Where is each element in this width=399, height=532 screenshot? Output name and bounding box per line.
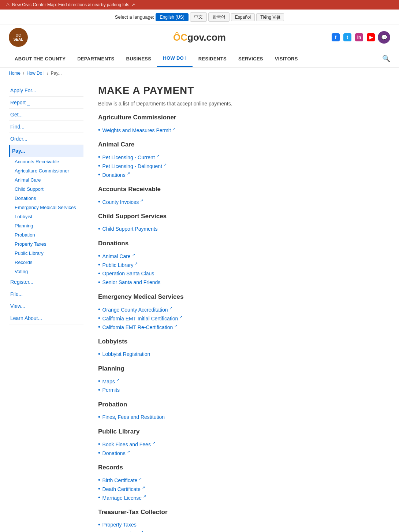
sidebar-sub-planning[interactable]: Planning	[9, 221, 83, 230]
link-county-invoices[interactable]: County Invoices ↗	[102, 198, 143, 205]
list-item: Weights and Measures Permit ↗	[98, 126, 390, 134]
lang-korean[interactable]: 한국어	[208, 12, 230, 22]
section-title-child-support: Child Support Services	[98, 213, 390, 222]
sidebar-sub-animal-care[interactable]: Animal Care	[9, 175, 83, 185]
list-item: Pet Licensing - Delinquent ↗	[98, 161, 390, 170]
section-public-library: Public Library Book Fines and Fees ↗ Don…	[98, 428, 390, 457]
alert-icon: ⚠	[6, 2, 10, 7]
link-donations-animal[interactable]: Animal Care ↗	[102, 253, 135, 259]
section-records: Records Birth Certificate ↗ Death Certif…	[98, 464, 390, 502]
facebook-icon[interactable]: f	[332, 33, 340, 41]
section-accounts-receivable: Accounts Receivable County Invoices ↗	[98, 186, 390, 206]
section-planning: Planning Maps ↗ Permits	[98, 365, 390, 394]
lang-english[interactable]: English (US)	[156, 13, 188, 21]
external-link-icon: ↗	[131, 2, 135, 7]
sidebar-item-view[interactable]: View...	[9, 300, 83, 312]
link-death-certificate[interactable]: Death Certificate ↗	[102, 486, 145, 492]
nav-residents[interactable]: Residents	[193, 51, 232, 67]
link-fines-fees-restitution[interactable]: Fines, Fees and Restitution	[102, 414, 165, 420]
link-operation-santa[interactable]: Operation Santa Claus	[102, 271, 154, 276]
language-bar: Select a language: English (US) 中文 한국어 E…	[0, 10, 399, 25]
section-donations: Donations Animal Care ↗ Public Library ↗…	[98, 240, 390, 287]
sidebar-item-register[interactable]: Register...	[9, 276, 83, 288]
link-planning-maps[interactable]: Maps ↗	[102, 378, 119, 384]
sidebar-sub-ems[interactable]: Emergency Medical Services	[9, 203, 83, 212]
link-donations-library[interactable]: Public Library ↗	[102, 261, 138, 268]
link-animal-donations[interactable]: Donations ↗	[102, 171, 130, 178]
nav-departments[interactable]: Departments	[71, 51, 120, 67]
sidebar-sub-public-library[interactable]: Public Library	[9, 249, 83, 258]
section-ems: Emergency Medical Services Orange County…	[98, 293, 390, 331]
link-oc-accreditation[interactable]: Orange County Accreditation ↗	[102, 306, 172, 313]
section-title-probation: Probation	[98, 401, 390, 410]
link-treasurer-invoices[interactable]: County Invoices ↗	[102, 530, 143, 532]
alert-text: New Civic Center Map: Find directions & …	[12, 2, 129, 7]
alert-bar: ⚠ New Civic Center Map: Find directions …	[0, 0, 399, 10]
nav-about[interactable]: About the County	[9, 51, 71, 67]
nav-services[interactable]: Services	[232, 51, 269, 67]
site-header: OCSEAL ÔCgov.com f t in ▶ 💬	[0, 25, 399, 50]
section-title-treasurer: Treasurer-Tax Collector	[98, 509, 390, 517]
link-marriage-license[interactable]: Marriage License ↗	[102, 494, 146, 501]
sidebar-item-find[interactable]: Find...	[9, 121, 83, 133]
list-item: Permits	[98, 386, 390, 394]
link-pet-delinquent[interactable]: Pet Licensing - Delinquent ↗	[102, 163, 167, 169]
section-title-planning: Planning	[98, 365, 390, 374]
link-property-taxes[interactable]: Property Taxes	[102, 522, 137, 528]
nav-howdoi[interactable]: How Do I	[157, 50, 193, 67]
sidebar-item-report[interactable]: Report _	[9, 97, 83, 109]
instagram-icon[interactable]: in	[355, 33, 363, 41]
breadcrumb: Home / How Do I / Pay...	[0, 68, 399, 79]
link-book-fines[interactable]: Book Fines and Fees ↗	[102, 441, 155, 447]
breadcrumb-howdoi[interactable]: How Do I	[27, 71, 45, 76]
breadcrumb-home[interactable]: Home	[9, 71, 20, 76]
link-weights-measures[interactable]: Weights and Measures Permit ↗	[102, 127, 175, 133]
logo-gov: gov.com	[187, 32, 226, 43]
youtube-icon[interactable]: ▶	[367, 33, 375, 41]
section-lobbyists: Lobbyists Lobbyist Registration	[98, 338, 390, 358]
sidebar-item-apply[interactable]: Apply For...	[9, 85, 83, 97]
list-item: California EMT Re-Certification ↗	[98, 323, 390, 331]
sidebar-sub-donations[interactable]: Donations	[9, 194, 83, 203]
link-lobbyist-registration[interactable]: Lobbyist Registration	[102, 351, 150, 357]
link-ca-emt-initial[interactable]: California EMT Initial Certification ↗	[102, 315, 183, 321]
chat-icon[interactable]: 💬	[378, 31, 390, 44]
sidebar-sub-child-support[interactable]: Child Support	[9, 185, 83, 194]
link-birth-certificate[interactable]: Birth Certificate ↗	[102, 477, 142, 483]
language-label: Select a language:	[115, 14, 154, 20]
lang-vietnamese[interactable]: Tiếng Việt	[256, 13, 284, 21]
sidebar-item-file[interactable]: File...	[9, 288, 83, 300]
twitter-icon[interactable]: t	[343, 33, 351, 41]
nav-visitors[interactable]: Visitors	[269, 51, 304, 67]
link-child-support-payments[interactable]: Child Support Payments	[102, 226, 158, 232]
section-title-lobbyists: Lobbyists	[98, 338, 390, 347]
link-senior-santa[interactable]: Senior Santa and Friends	[102, 279, 161, 285]
list-item: Fines, Fees and Restitution	[98, 413, 390, 421]
sidebar-item-get[interactable]: Get...	[9, 109, 83, 121]
sidebar-sub-accounts-receivable[interactable]: Accounts Receivable	[9, 157, 83, 166]
sidebar-sub-records[interactable]: Records	[9, 258, 83, 267]
social-icons: f t in ▶	[332, 33, 375, 41]
sidebar-sub-voting[interactable]: Voting	[9, 267, 83, 276]
site-logo[interactable]: ÔCgov.com	[173, 32, 226, 43]
nav-business[interactable]: Business	[120, 51, 157, 67]
list-item: Lobbyist Registration	[98, 350, 390, 358]
sidebar-item-order[interactable]: Order...	[9, 133, 83, 145]
sidebar-sub-lobbyist[interactable]: Lobbyist	[9, 212, 83, 221]
sidebar-item-learn[interactable]: Learn About...	[9, 312, 83, 324]
lang-chinese[interactable]: 中文	[190, 12, 207, 22]
sidebar-sub-probation[interactable]: Probation	[9, 230, 83, 239]
sidebar-item-pay[interactable]: Pay...	[9, 145, 83, 157]
list-item: Death Certificate ↗	[98, 484, 390, 493]
sidebar-sub-agriculture[interactable]: Agriculture Commissioner	[9, 166, 83, 175]
page-description: Below is a list of Departments that acce…	[98, 101, 390, 107]
link-ca-emt-re[interactable]: California EMT Re-Certification ↗	[102, 324, 178, 330]
sidebar-sub-property-taxes[interactable]: Property Taxes	[9, 239, 83, 249]
search-icon[interactable]: 🔍	[382, 55, 390, 63]
list-item: Child Support Payments	[98, 224, 390, 233]
link-library-donations[interactable]: Donations ↗	[102, 450, 130, 456]
lang-spanish[interactable]: Español	[231, 13, 255, 21]
link-pet-current[interactable]: Pet Licensing - Current ↗	[102, 154, 159, 160]
link-planning-permits[interactable]: Permits	[102, 387, 120, 393]
list-item: Senior Santa and Friends	[98, 278, 390, 287]
